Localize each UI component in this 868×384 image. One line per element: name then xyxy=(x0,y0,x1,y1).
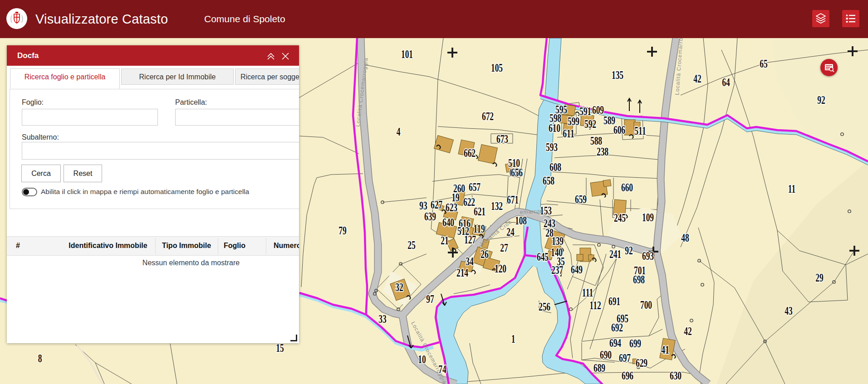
svg-text:695: 695 xyxy=(617,312,628,325)
svg-text:79: 79 xyxy=(338,224,346,237)
svg-text:699: 699 xyxy=(629,337,641,350)
svg-text:41: 41 xyxy=(661,344,669,356)
svg-text:65: 65 xyxy=(760,58,767,70)
svg-text:671: 671 xyxy=(507,194,519,206)
svg-text:608: 608 xyxy=(549,161,561,174)
svg-text:92: 92 xyxy=(817,94,825,107)
svg-text:109: 109 xyxy=(642,211,654,224)
svg-text:622: 622 xyxy=(463,196,475,209)
svg-text:241: 241 xyxy=(609,248,621,261)
svg-text:132: 132 xyxy=(491,200,503,213)
svg-text:108: 108 xyxy=(515,214,527,227)
svg-text:697: 697 xyxy=(619,352,631,365)
svg-text:698: 698 xyxy=(633,273,645,286)
svg-text:48: 48 xyxy=(681,232,689,244)
svg-text:238: 238 xyxy=(597,146,608,158)
svg-text:611: 611 xyxy=(563,127,574,140)
svg-text:1: 1 xyxy=(511,333,515,345)
svg-text:29: 29 xyxy=(815,272,823,284)
svg-text:660: 660 xyxy=(621,181,633,194)
svg-text:658: 658 xyxy=(543,175,554,187)
svg-text:24: 24 xyxy=(506,226,515,238)
svg-text:593: 593 xyxy=(546,141,558,154)
svg-text:694: 694 xyxy=(609,337,621,350)
svg-text:672: 672 xyxy=(482,110,494,123)
svg-text:237: 237 xyxy=(551,264,563,277)
svg-text:120: 120 xyxy=(495,262,506,275)
svg-text:621: 621 xyxy=(474,205,485,218)
svg-text:97: 97 xyxy=(426,293,434,306)
svg-text:659: 659 xyxy=(575,193,587,206)
svg-text:662: 662 xyxy=(464,147,476,160)
svg-text:112: 112 xyxy=(589,299,601,312)
svg-text:649: 649 xyxy=(571,263,583,276)
svg-text:25: 25 xyxy=(407,239,415,252)
svg-text:689: 689 xyxy=(593,362,605,374)
svg-text:153: 153 xyxy=(540,204,552,217)
svg-text:42: 42 xyxy=(693,73,701,85)
svg-text:21: 21 xyxy=(441,234,448,247)
svg-text:42: 42 xyxy=(684,325,691,338)
svg-text:43: 43 xyxy=(785,305,793,317)
svg-text:623: 623 xyxy=(446,201,457,214)
svg-text:630: 630 xyxy=(670,369,682,382)
svg-text:27: 27 xyxy=(500,242,508,254)
svg-text:10: 10 xyxy=(418,353,426,366)
svg-text:26: 26 xyxy=(481,248,489,261)
svg-text:592: 592 xyxy=(584,118,596,131)
svg-text:8: 8 xyxy=(38,352,42,365)
svg-text:690: 690 xyxy=(600,349,612,361)
svg-text:673: 673 xyxy=(496,133,508,146)
svg-text:606: 606 xyxy=(613,124,625,136)
svg-text:696: 696 xyxy=(622,369,633,382)
svg-text:32: 32 xyxy=(395,281,403,294)
svg-text:245: 245 xyxy=(614,212,626,224)
svg-text:657: 657 xyxy=(469,181,481,194)
svg-text:135: 135 xyxy=(612,69,623,82)
svg-text:15: 15 xyxy=(276,342,284,355)
svg-text:691: 691 xyxy=(608,295,620,308)
svg-text:639: 639 xyxy=(424,210,436,223)
svg-text:111: 111 xyxy=(582,287,593,299)
svg-text:139: 139 xyxy=(552,235,564,248)
svg-text:599: 599 xyxy=(568,115,579,128)
svg-text:127: 127 xyxy=(464,233,476,246)
svg-text:256: 256 xyxy=(539,301,550,313)
svg-text:591: 591 xyxy=(579,105,591,118)
svg-text:610: 610 xyxy=(549,122,560,135)
svg-text:92: 92 xyxy=(625,244,633,257)
svg-text:4: 4 xyxy=(397,126,401,138)
svg-text:656: 656 xyxy=(511,166,523,179)
svg-text:700: 700 xyxy=(640,299,652,311)
svg-text:511: 511 xyxy=(634,125,646,137)
svg-text:629: 629 xyxy=(636,357,647,369)
svg-text:627: 627 xyxy=(431,199,442,211)
svg-text:101: 101 xyxy=(401,48,413,61)
svg-text:214: 214 xyxy=(456,267,468,279)
svg-text:645: 645 xyxy=(537,251,549,263)
svg-text:105: 105 xyxy=(491,62,503,74)
svg-text:640: 640 xyxy=(442,216,454,229)
svg-text:34: 34 xyxy=(466,255,474,268)
svg-text:64: 64 xyxy=(722,76,730,89)
svg-text:33: 33 xyxy=(378,313,387,326)
svg-text:74: 74 xyxy=(438,363,446,376)
svg-text:693: 693 xyxy=(642,250,654,262)
svg-text:11: 11 xyxy=(788,183,796,195)
svg-text:609: 609 xyxy=(592,104,604,117)
